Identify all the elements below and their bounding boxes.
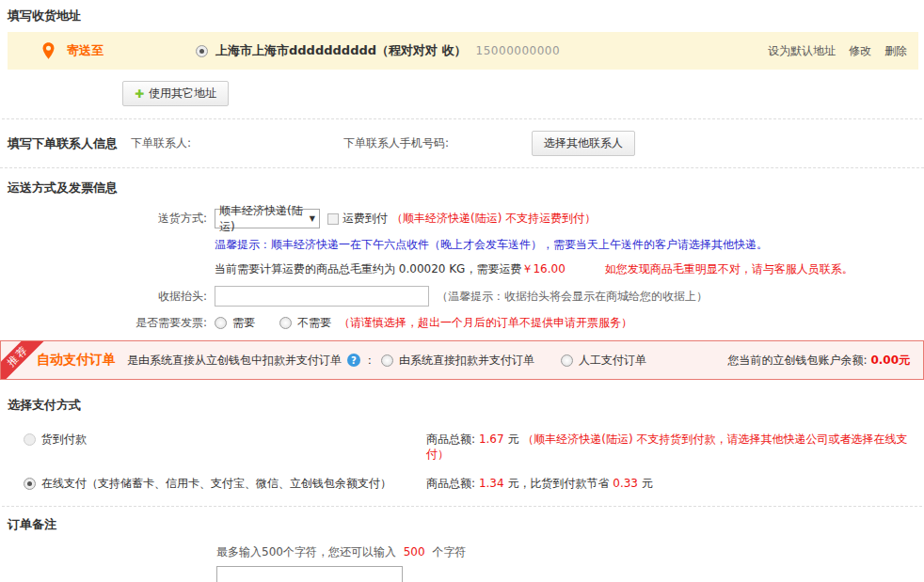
- invoice-yes-label: 需要: [232, 315, 255, 331]
- divider: [0, 167, 924, 168]
- contact-row: 填写下单联系人信息 下单联系人: 下单联系人手机号码: 选择其他联系人: [0, 119, 924, 167]
- weight-warning: 如您发现商品毛重明显不对，请与客服人员联系。: [605, 261, 853, 277]
- divider: [2, 506, 922, 507]
- invoice-no-label: 不需要: [297, 315, 331, 331]
- online-pay-radio[interactable]: [24, 478, 36, 490]
- invoice-label: 是否需要发票:: [0, 315, 215, 331]
- address-section-title: 填写收货地址: [0, 4, 924, 28]
- online-total-value: 1.34: [479, 477, 504, 490]
- receipt-title-tip: （温馨提示：收据抬头将会显示在商城给您的收据上）: [437, 289, 708, 305]
- address-links: 设为默认地址 修改 删除: [768, 43, 907, 59]
- invoice-no-radio[interactable]: [279, 317, 292, 329]
- online-unit: 元: [642, 477, 653, 490]
- cod-label: 货到付款: [41, 432, 87, 448]
- freight-collect-warning: （顺丰经济快递(陆运) 不支持运费到付）: [391, 211, 596, 227]
- online-mid-text: 元，比货到付款节省: [507, 477, 609, 490]
- cod-total-value: 1.67: [479, 433, 504, 446]
- contact-phone-label: 下单联系人手机号码:: [343, 135, 449, 151]
- ship-to-label: 寄送至: [67, 42, 104, 59]
- chevron-down-icon: ▼: [310, 214, 315, 223]
- delete-address-link[interactable]: 删除: [884, 43, 907, 59]
- cod-radio[interactable]: [24, 433, 36, 446]
- notes-counter-suffix: 个字符: [432, 545, 466, 558]
- weight-text: 当前需要计算运费的商品总毛重约为 0.00020 KG，需要运费: [215, 261, 521, 277]
- invoice-warning: （请谨慎选择，超出一个月后的订单不提供申请开票服务）: [339, 315, 632, 331]
- freight-amount: ￥16.00: [521, 261, 565, 277]
- autopay-manual-label: 人工支付订单: [579, 353, 646, 369]
- use-other-address-row: ✚ 使用其它地址: [122, 81, 924, 106]
- notes-section-title: 订单备注: [0, 512, 924, 537]
- online-save-value: 0.33: [613, 477, 638, 490]
- shipping-method-selected-value: 顺丰经济快递(陆运): [219, 203, 310, 235]
- contact-section-title: 填写下单联系人信息: [8, 135, 118, 152]
- invoice-yes-radio[interactable]: [215, 317, 227, 329]
- shipping-tip-row: 温馨提示：顺丰经济快递一在下午六点收件（晚上才会发车送件），需要当天上午送件的客…: [0, 237, 924, 253]
- location-pin-icon: [41, 41, 56, 60]
- invoice-row: 是否需要发票: 需要 不需要 （请谨慎选择，超出一个月后的订单不提供申请开票服务…: [0, 315, 924, 331]
- notes-counter-value: 500: [404, 545, 425, 558]
- cod-total-unit: 元: [507, 433, 518, 446]
- receipt-title-label: 收据抬头:: [0, 289, 215, 305]
- notes-counter-prefix: 最多输入500个字符，您还可以输入: [216, 545, 396, 558]
- address-text: 上海市上海市dddddddddd（程对对对 收）: [215, 42, 467, 59]
- autopay-auto-radio[interactable]: [381, 354, 393, 367]
- freight-collect-checkbox[interactable]: [327, 213, 339, 225]
- shipping-method-row: 送货方式: 顺丰经济快递(陆运) ▼ 运费到付 （顺丰经济快递(陆运) 不支持运…: [0, 209, 924, 228]
- order-notes-textarea[interactable]: [216, 566, 403, 582]
- contact-person-label: 下单联系人:: [131, 135, 191, 151]
- autopay-description: 是由系统直接从立创钱包中扣款并支付订单: [127, 353, 342, 369]
- shipping-method-label: 送货方式:: [0, 211, 215, 227]
- freight-weight-row: 当前需要计算运费的商品总毛重约为 0.00020 KG，需要运费 ￥16.00 …: [0, 261, 924, 277]
- address-radio[interactable]: [196, 45, 208, 57]
- cod-total-label: 商品总额:: [426, 433, 475, 446]
- address-banner: 寄送至 上海市上海市dddddddddd（程对对对 收） 15000000000…: [8, 32, 918, 70]
- wallet-balance-value: 0.00元: [870, 354, 910, 367]
- help-icon[interactable]: ?: [347, 354, 360, 367]
- online-pay-label: 在线支付（支持储蓄卡、信用卡、支付宝、微信、立创钱包余额支付）: [41, 476, 391, 492]
- shipping-method-select[interactable]: 顺丰经济快递(陆运) ▼: [215, 209, 320, 228]
- shipping-tip-text: 温馨提示：顺丰经济快递一在下午六点收件（晚上才会发车送件），需要当天上午送件的客…: [215, 237, 768, 253]
- wallet-balance-label: 您当前的立创钱包账户余额:: [728, 354, 868, 367]
- cod-payment-row: 货到付款 商品总额: 1.67 元 （顺丰经济快递(陆运) 不支持货到付款，请选…: [0, 432, 924, 462]
- wallet-balance: 您当前的立创钱包账户余额: 0.00元: [728, 353, 910, 369]
- freight-collect-label: 运费到付: [343, 211, 388, 227]
- notes-counter: 最多输入500个字符，您还可以输入 500 个字符: [216, 544, 924, 560]
- autopay-auto-label: 由系统直接扣款并支付订单: [399, 353, 534, 369]
- receipt-title-input[interactable]: [215, 286, 429, 307]
- choose-other-contact-button[interactable]: 选择其他联系人: [532, 131, 635, 156]
- set-default-address-link[interactable]: 设为默认地址: [768, 43, 836, 59]
- plus-icon: ✚: [135, 87, 144, 101]
- autopay-colon: ：: [364, 353, 375, 369]
- edit-address-link[interactable]: 修改: [849, 43, 871, 59]
- online-total-label: 商品总额:: [426, 477, 475, 490]
- address-phone: 15000000000: [476, 44, 560, 57]
- autopay-manual-radio[interactable]: [561, 354, 573, 367]
- use-other-address-label: 使用其它地址: [149, 86, 216, 102]
- shipping-section-title: 运送方式及发票信息: [0, 176, 924, 200]
- autopay-banner: 推荐 自动支付订单 是由系统直接从立创钱包中扣款并支付订单 ? ： 由系统直接扣…: [0, 340, 924, 380]
- online-payment-row: 在线支付（支持储蓄卡、信用卡、支付宝、微信、立创钱包余额支付） 商品总额: 1.…: [0, 476, 924, 492]
- use-other-address-button[interactable]: ✚ 使用其它地址: [122, 81, 229, 106]
- receipt-title-row: 收据抬头: （温馨提示：收据抬头将会显示在商城给您的收据上）: [0, 286, 924, 307]
- checkout-page: 填写收货地址 寄送至 上海市上海市dddddddddd（程对对对 收） 1500…: [0, 0, 924, 582]
- payment-section-title: 选择支付方式: [0, 393, 924, 417]
- autopay-title: 自动支付订单: [37, 352, 116, 369]
